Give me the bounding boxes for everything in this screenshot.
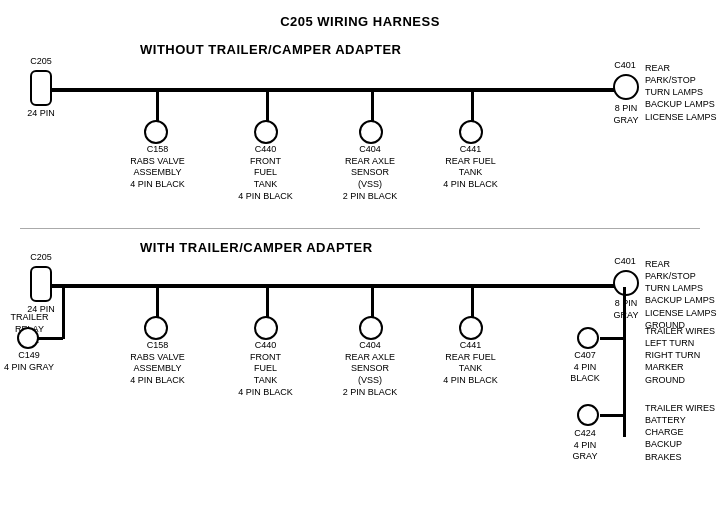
c205-2-connector xyxy=(30,266,52,302)
c401-2-connector xyxy=(613,270,639,296)
c205-2-label: C205 xyxy=(20,252,62,264)
wiring-diagram: C205 WIRING HARNESS WITHOUT TRAILER/CAMP… xyxy=(0,0,720,500)
c441-2-wire xyxy=(471,288,474,318)
c407-label: C4074 PINBLACK xyxy=(566,350,604,385)
trailer-relay-wire-v xyxy=(62,284,65,339)
c401-2-desc: REAR PARK/STOPTURN LAMPSBACKUP LAMPSLICE… xyxy=(645,258,720,331)
c440-1-wire xyxy=(266,92,269,122)
c441-1-wire xyxy=(471,92,474,122)
c149-connector xyxy=(17,327,39,349)
c205-1-label: C205 xyxy=(20,56,62,68)
c424-wire-h xyxy=(600,414,623,417)
c158-2-wire xyxy=(156,288,159,318)
c441-1-connector xyxy=(459,120,483,144)
c407-desc: TRAILER WIRESLEFT TURNRIGHT TURNMARKERGR… xyxy=(645,325,715,386)
c205-1-sublabel: 24 PIN xyxy=(16,108,66,120)
c158-1-wire xyxy=(156,92,159,122)
c158-2-label: C158RABS VALVEASSEMBLY4 PIN BLACK xyxy=(130,340,185,387)
c158-1-label: C158RABS VALVEASSEMBLY4 PIN BLACK xyxy=(130,144,185,191)
c158-1-connector xyxy=(144,120,168,144)
c205-1-connector xyxy=(30,70,52,106)
c424-connector xyxy=(577,404,599,426)
right-branch-wire xyxy=(623,287,626,437)
c440-1-connector xyxy=(254,120,278,144)
c404-1-wire xyxy=(371,92,374,122)
c424-desc: TRAILER WIRESBATTERY CHARGEBACKUPBRAKES xyxy=(645,402,720,463)
c440-1-label: C440FRONT FUELTANK4 PIN BLACK xyxy=(238,144,293,202)
c407-wire-h xyxy=(600,337,623,340)
c401-2-sublabel: 8 PINGRAY xyxy=(601,298,651,321)
c404-2-connector xyxy=(359,316,383,340)
section-divider xyxy=(20,228,700,229)
c149-label: C1494 PIN GRAY xyxy=(4,350,54,373)
section1-label: WITHOUT TRAILER/CAMPER ADAPTER xyxy=(140,42,402,57)
c404-1-connector xyxy=(359,120,383,144)
c440-2-connector xyxy=(254,316,278,340)
c401-1-connector xyxy=(613,74,639,100)
c441-2-connector xyxy=(459,316,483,340)
c404-1-label: C404REAR AXLESENSOR(VSS)2 PIN BLACK xyxy=(340,144,400,202)
c441-1-label: C441REAR FUELTANK4 PIN BLACK xyxy=(443,144,498,191)
page-title: C205 WIRING HARNESS xyxy=(0,6,720,29)
c440-2-wire xyxy=(266,288,269,318)
section1-main-wire xyxy=(52,88,630,92)
c401-1-desc: REAR PARK/STOPTURN LAMPSBACKUP LAMPSLICE… xyxy=(645,62,720,123)
c424-label: C4244 PINGRAY xyxy=(566,428,604,463)
c404-2-label: C404REAR AXLESENSOR(VSS)2 PIN BLACK xyxy=(340,340,400,398)
c441-2-label: C441REAR FUELTANK4 PIN BLACK xyxy=(443,340,498,387)
c401-2-label: C401 xyxy=(605,256,645,268)
section2-label: WITH TRAILER/CAMPER ADAPTER xyxy=(140,240,373,255)
section2-main-wire xyxy=(52,284,630,288)
c158-2-connector xyxy=(144,316,168,340)
c401-1-label: C401 xyxy=(605,60,645,72)
c407-connector xyxy=(577,327,599,349)
c440-2-label: C440FRONT FUELTANK4 PIN BLACK xyxy=(238,340,293,398)
c404-2-wire xyxy=(371,288,374,318)
c401-1-sublabel: 8 PINGRAY xyxy=(601,103,651,126)
